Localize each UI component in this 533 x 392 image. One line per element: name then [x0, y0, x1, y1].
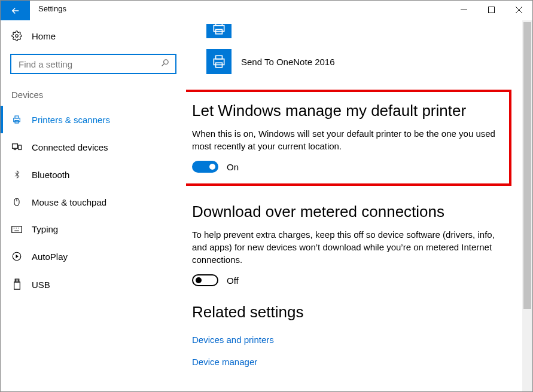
sidebar: Home Devices Printers & scanners Connect… [1, 20, 186, 391]
main-content: Send To OneNote 2016 Let Windows manage … [186, 20, 522, 391]
sidebar-item-label: AutoPlay [32, 252, 68, 262]
link-devices-printers[interactable]: Devices and printers [192, 329, 504, 351]
sidebar-item-label: Mouse & touchpad [32, 197, 106, 207]
printer-tile-icon [206, 24, 232, 38]
maximize-icon [488, 7, 495, 13]
maximize-button[interactable] [477, 1, 505, 19]
svg-point-4 [16, 35, 19, 38]
toggle-state-label: On [227, 162, 239, 172]
autoplay-icon [11, 251, 22, 262]
sidebar-item-printers-scanners[interactable]: Printers & scanners [1, 106, 186, 133]
keyboard-icon [11, 225, 22, 234]
svg-rect-22 [14, 282, 20, 289]
home-label: Home [32, 31, 56, 41]
svg-line-6 [162, 64, 165, 66]
printer-item-label: Send To OneNote 2016 [241, 57, 335, 67]
section-heading: Let Windows manage my default printer [192, 102, 497, 120]
search-input[interactable] [17, 59, 160, 70]
gear-icon [11, 30, 22, 41]
titlebar: Settings [1, 1, 532, 20]
back-button[interactable] [1, 1, 30, 20]
section-metered: Download over metered connections To hel… [192, 203, 504, 286]
sidebar-item-label: Printers & scanners [32, 115, 110, 125]
sidebar-item-label: Typing [32, 224, 58, 234]
sidebar-item-label: Connected devices [32, 142, 108, 152]
section-related: Related settings Devices and printers De… [192, 303, 504, 373]
svg-rect-21 [15, 279, 19, 282]
svg-rect-8 [15, 116, 19, 118]
minimize-icon [461, 7, 467, 13]
printer-list-item-onenote[interactable]: Send To OneNote 2016 [206, 45, 504, 78]
home-button[interactable]: Home [1, 25, 186, 47]
section-heading: Related settings [192, 303, 504, 321]
search-input-container[interactable] [10, 54, 176, 74]
sidebar-item-autoplay[interactable]: AutoPlay [1, 243, 186, 270]
sidebar-item-typing[interactable]: Typing [1, 216, 186, 243]
window-controls [450, 1, 532, 19]
window-title: Settings [30, 1, 450, 17]
close-icon [516, 7, 522, 13]
svg-rect-15 [12, 226, 22, 232]
printer-list-item-partial[interactable] [206, 20, 504, 42]
mouse-icon [11, 197, 22, 207]
sidebar-item-bluetooth[interactable]: Bluetooth [1, 161, 186, 188]
toggle-state-label: Off [227, 275, 239, 286]
sidebar-item-usb[interactable]: USB [1, 270, 186, 299]
svg-rect-26 [216, 24, 223, 26]
minimize-button[interactable] [450, 1, 477, 19]
svg-rect-7 [14, 118, 20, 122]
section-description: To help prevent extra charges, keep this… [192, 228, 504, 266]
link-device-manager[interactable]: Device manager [192, 351, 504, 373]
toggle-default-printer[interactable] [192, 161, 218, 173]
section-description: When this is on, Windows will set your d… [192, 127, 497, 152]
svg-point-5 [164, 60, 169, 65]
svg-rect-29 [216, 56, 223, 59]
toggle-metered[interactable] [192, 274, 218, 286]
printer-icon [11, 114, 22, 125]
usb-icon [11, 278, 22, 290]
sidebar-item-connected-devices[interactable]: Connected devices [1, 133, 186, 161]
bluetooth-icon [11, 169, 22, 180]
close-button[interactable] [505, 1, 532, 19]
printer-tile-icon [206, 49, 232, 74]
sidebar-item-mouse-touchpad[interactable]: Mouse & touchpad [1, 188, 186, 216]
sidebar-item-label: Bluetooth [32, 170, 69, 180]
svg-rect-11 [19, 145, 22, 150]
devices-icon [11, 142, 22, 152]
svg-rect-10 [13, 144, 18, 149]
section-default-printer: Let Windows manage my default printer Wh… [186, 90, 511, 186]
arrow-left-icon [10, 5, 21, 16]
scrollbar[interactable] [522, 20, 532, 391]
search-icon [160, 59, 169, 69]
svg-rect-1 [488, 7, 494, 13]
scrollbar-thumb[interactable] [523, 22, 531, 309]
category-header: Devices [1, 86, 186, 106]
section-heading: Download over metered connections [192, 203, 504, 221]
sidebar-item-label: USB [32, 280, 50, 290]
